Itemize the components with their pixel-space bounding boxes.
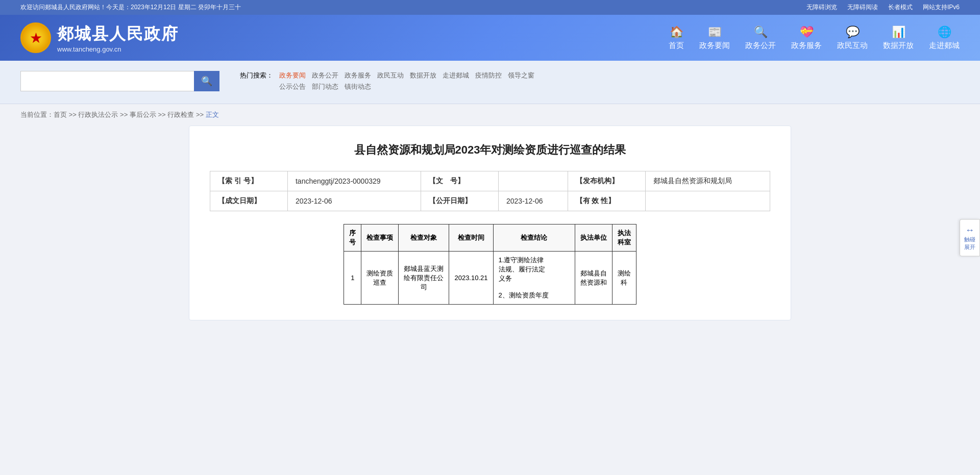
- hot-item-7[interactable]: 疫情防控: [475, 71, 502, 80]
- nav-data[interactable]: 📊 数据开放: [883, 26, 914, 51]
- nav-open-label: 政务公开: [745, 41, 776, 51]
- cell-seq: 1: [344, 252, 361, 305]
- article-title: 县自然资源和规划局2023年对测绘资质进行巡查的结果: [210, 141, 770, 158]
- top-bar-welcome: 欢迎访问郯城县人民政府网站！今天是：2023年12月12日 星期二 癸卯年十月三…: [20, 3, 241, 12]
- breadcrumb-enforcement[interactable]: 行政执法公示: [78, 111, 118, 118]
- link-ipv6[interactable]: 网站支持IPv6: [923, 3, 960, 12]
- main-content: 县自然资源和规划局2023年对测绘资质进行巡查的结果 【索 引 号】 tanch…: [0, 126, 980, 341]
- meta-table: 【索 引 号】 tanchenggtj/2023-0000329 【文 号】 【…: [210, 171, 770, 211]
- news-icon: 📰: [708, 26, 722, 39]
- cell-item: 测绘资质巡查: [361, 252, 399, 305]
- meta-label-written-date: 【成文日期】: [210, 191, 288, 211]
- col-item: 检查事项: [361, 224, 399, 252]
- search-box: 🔍: [20, 71, 219, 91]
- meta-row-2: 【成文日期】 2023-12-06 【公开日期】 2023-12-06 【有 效…: [210, 191, 770, 211]
- col-seq: 序号: [344, 224, 361, 252]
- cell-dept: 测绘科: [612, 252, 636, 305]
- link-elder-mode[interactable]: 长者模式: [888, 3, 913, 12]
- nav-service-label: 政务服务: [791, 41, 822, 51]
- cell-unit: 郯城县自然资源和: [575, 252, 612, 305]
- hot-item-3[interactable]: 政务服务: [345, 71, 371, 80]
- col-time: 检查时间: [449, 224, 493, 252]
- data-table: 序号 检查事项 检查对象 检查时间 检查结论 执法单位 执法科室 1 测绘资质巡…: [344, 224, 636, 305]
- cell-time: 2023.10.21: [449, 252, 493, 305]
- site-name: 郯城县人民政府: [57, 23, 179, 45]
- nav-interact[interactable]: 💬 政民互动: [837, 26, 868, 51]
- meta-value-written-date: 2023-12-06: [287, 191, 421, 211]
- breadcrumb-inspection[interactable]: 行政检查: [167, 111, 194, 118]
- col-conclusion: 检查结论: [493, 224, 575, 252]
- search-section: 🔍 热门搜索： 政务要闻 政务公开 政务服务 政民互动 数据开放 走进郯城 疫情…: [0, 61, 980, 104]
- col-dept: 执法科室: [612, 224, 636, 252]
- link-no-barrier-read[interactable]: 无障碍阅读: [847, 3, 878, 12]
- nav-city[interactable]: 🌐 走进郯城: [929, 26, 960, 51]
- breadcrumb-sep3: >>: [158, 111, 167, 118]
- hot-item-2[interactable]: 政务公开: [312, 71, 338, 80]
- hot-item-11[interactable]: 镇街动态: [345, 82, 371, 91]
- data-icon: 📊: [892, 26, 905, 39]
- breadcrumb-sep2: >>: [120, 111, 130, 118]
- breadcrumb-sep1: >>: [69, 111, 79, 118]
- meta-value-publisher: 郯城县自然资源和规划局: [645, 171, 770, 191]
- side-expand-label: 触碰展开: [964, 235, 975, 251]
- meta-label-doc-no: 【文 号】: [421, 171, 499, 191]
- article-box: 县自然资源和规划局2023年对测绘资质进行巡查的结果 【索 引 号】 tanch…: [189, 126, 791, 320]
- logo-text: 郯城县人民政府 www.tancheng.gov.cn: [57, 23, 179, 53]
- hot-item-6[interactable]: 走进郯城: [443, 71, 469, 80]
- nav-news[interactable]: 📰 政务要闻: [699, 26, 730, 51]
- meta-label-publisher: 【发布机构】: [568, 171, 645, 191]
- search-input[interactable]: [20, 71, 194, 91]
- service-icon: 💝: [800, 26, 814, 39]
- side-expand-arrow: ↔: [964, 224, 975, 235]
- top-bar: 欢迎访问郯城县人民政府网站！今天是：2023年12月12日 星期二 癸卯年十月三…: [0, 0, 980, 15]
- nav-data-label: 数据开放: [883, 41, 914, 51]
- nav-service[interactable]: 💝 政务服务: [791, 26, 822, 51]
- hot-search-label: 热门搜索：: [240, 71, 273, 80]
- nav-open[interactable]: 🔍 政务公开: [745, 26, 776, 51]
- hot-item-8[interactable]: 领导之窗: [508, 71, 534, 80]
- meta-value-validity: [645, 191, 770, 211]
- side-expand-button[interactable]: ↔ 触碰展开: [960, 219, 980, 256]
- main-nav: 🏠 首页 📰 政务要闻 🔍 政务公开 💝 政务服务 💬 政民互动 📊 数据开放 …: [669, 26, 960, 51]
- col-unit: 执法单位: [575, 224, 612, 252]
- hot-item-1[interactable]: 政务要闻: [279, 71, 306, 80]
- breadcrumb-sep4: >>: [196, 111, 206, 118]
- hot-search-row1: 热门搜索： 政务要闻 政务公开 政务服务 政民互动 数据开放 走进郯城 疫情防控…: [240, 71, 534, 80]
- breadcrumb-post[interactable]: 事后公示: [130, 111, 156, 118]
- nav-home-label: 首页: [669, 41, 684, 51]
- breadcrumb: 当前位置：首页 >> 行政执法公示 >> 事后公示 >> 行政检查 >> 正文: [0, 104, 980, 126]
- hot-item-10[interactable]: 部门动态: [312, 82, 338, 91]
- home-icon: 🏠: [670, 26, 683, 39]
- table-wrapper: 序号 检查事项 检查对象 检查时间 检查结论 执法单位 执法科室 1 测绘资质巡…: [210, 224, 770, 305]
- meta-label-validity: 【有 效 性】: [568, 191, 645, 211]
- hot-search-area: 热门搜索： 政务要闻 政务公开 政务服务 政民互动 数据开放 走进郯城 疫情防控…: [240, 71, 534, 93]
- nav-interact-label: 政民互动: [837, 41, 868, 51]
- hot-item-4[interactable]: 政民互动: [377, 71, 404, 80]
- city-icon: 🌐: [938, 26, 951, 39]
- cell-conclusion: 1.遵守测绘法律法规、履行法定义务 2、测绘资质年度: [493, 252, 575, 305]
- meta-label-open-date: 【公开日期】: [421, 191, 499, 211]
- nav-home[interactable]: 🏠 首页: [669, 26, 684, 51]
- hot-item-5[interactable]: 数据开放: [410, 71, 436, 80]
- cell-target: 郯城县蓝天测绘有限责任公司: [399, 252, 449, 305]
- meta-value-doc-no: [498, 171, 568, 191]
- open-icon: 🔍: [754, 26, 768, 39]
- link-no-barrier-browse[interactable]: 无障碍浏览: [806, 3, 837, 12]
- hot-item-9[interactable]: 公示公告: [279, 82, 306, 91]
- top-bar-links: 无障碍浏览 无障碍阅读 长者模式 网站支持IPv6: [806, 3, 960, 12]
- breadcrumb-home[interactable]: 当前位置：首页: [20, 111, 67, 118]
- search-icon: 🔍: [201, 76, 212, 87]
- search-button[interactable]: 🔍: [194, 71, 219, 91]
- hot-search-row2: 热门搜索： 公示公告 部门动态 镇街动态: [240, 82, 534, 91]
- logo-emblem: ★: [20, 22, 51, 53]
- nav-news-label: 政务要闻: [699, 41, 730, 51]
- site-url: www.tancheng.gov.cn: [57, 45, 179, 53]
- logo-area: ★ 郯城县人民政府 www.tancheng.gov.cn: [20, 22, 179, 53]
- meta-value-open-date: 2023-12-06: [498, 191, 568, 211]
- table-header: 序号 检查事项 检查对象 检查时间 检查结论 执法单位 执法科室: [344, 224, 636, 252]
- nav-city-label: 走进郯城: [929, 41, 960, 51]
- col-target: 检查对象: [399, 224, 449, 252]
- meta-label-index: 【索 引 号】: [210, 171, 288, 191]
- meta-value-index: tanchenggtj/2023-0000329: [287, 171, 421, 191]
- table-row: 1 测绘资质巡查 郯城县蓝天测绘有限责任公司 2023.10.21 1.遵守测绘…: [344, 252, 636, 305]
